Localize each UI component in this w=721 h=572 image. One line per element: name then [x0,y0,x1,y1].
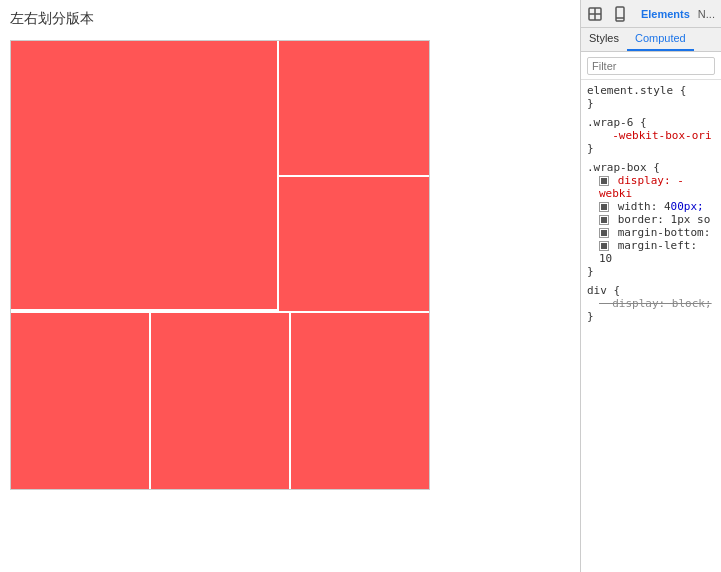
css-val-webkit-box-ori: -webkit-box-ori [599,129,712,142]
css-prop-border: border: 1px so [587,213,715,226]
css-val-border: border: 1px so [618,213,711,226]
checkbox-display[interactable] [599,176,609,186]
filter-bar [581,52,721,80]
checkbox-margin-bottom[interactable] [599,228,609,238]
css-block-element-style: element.style { } [587,84,715,110]
css-rules: element.style { } .wrap-6 { -webkit-box-… [581,80,721,572]
elements-tab-topbar[interactable]: Elements [641,8,690,20]
devtools-panel: Elements N... Styles Computed element.st… [580,0,721,572]
network-tab-topbar[interactable]: N... [698,8,715,20]
css-val-width: width: 4 [618,200,671,213]
css-selector-1: element.style { [587,84,715,97]
inspect-element-icon[interactable] [587,5,604,23]
css-prop-display: display: -webki [587,174,715,200]
page-title: 左右划分版本 [10,10,570,28]
mobile-icon[interactable] [612,5,629,23]
css-prop-margin-left: margin-left: 10 [587,239,715,265]
tab-computed[interactable]: Computed [627,28,694,51]
css-prop-webkit-box-ori: -webkit-box-ori [587,129,715,142]
css-selector-4: div { [587,284,715,297]
css-val-display: display: -webki [599,174,684,200]
css-close-1: } [587,97,715,110]
css-close-4: } [587,310,715,323]
bottom-row [11,311,429,489]
css-block-wrap6: .wrap-6 { -webkit-box-ori } [587,116,715,155]
css-val-width-num: 00px; [671,200,704,213]
top-row [11,41,429,311]
css-prop-width: width: 400px; [587,200,715,213]
top-right-column [279,41,429,311]
css-block-wrapbox: .wrap-box { display: -webki width: 400px… [587,161,715,278]
checkbox-border[interactable] [599,215,609,225]
css-val-margin-left: margin-left: 10 [599,239,697,265]
css-close-3: } [587,265,715,278]
bottom-left-box [11,313,151,489]
top-left-box [11,41,279,311]
css-block-div: div { display: block; } [587,284,715,323]
layout-demo [10,40,430,490]
css-val-margin-bottom: margin-bottom: [618,226,711,239]
top-right-bottom-box [279,177,429,311]
css-prop-margin-bottom: margin-bottom: [587,226,715,239]
devtools-topbar: Elements N... [581,0,721,28]
svg-rect-3 [616,7,624,21]
tab-styles[interactable]: Styles [581,28,627,51]
css-val-div-display: display: block; [599,297,712,310]
top-right-top-box [279,41,429,177]
checkbox-margin-left[interactable] [599,241,609,251]
bottom-right-box [291,313,429,489]
css-prop-div-display: display: block; [587,297,715,310]
css-selector-2: .wrap-6 { [587,116,715,129]
checkbox-width[interactable] [599,202,609,212]
filter-input[interactable] [587,57,715,75]
css-selector-3: .wrap-box { [587,161,715,174]
devtools-subtabs: Styles Computed [581,28,721,52]
bottom-middle-box [151,313,291,489]
main-content: 左右划分版本 [0,0,580,572]
css-close-2: } [587,142,715,155]
